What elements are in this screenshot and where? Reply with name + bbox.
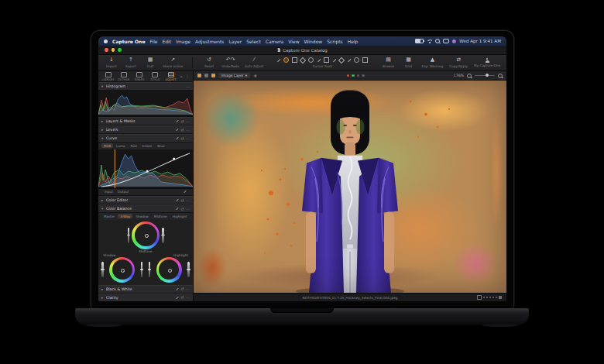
midtone-color-wheel[interactable] [132,221,160,249]
my-capture-one-button[interactable]: My Capture One [474,55,500,70]
exposure-warning-button[interactable]: ▲ Exp. Warning [422,55,444,70]
zoom-in-icon[interactable] [498,74,503,78]
loupe-tool-icon[interactable] [362,57,368,63]
cb-tab-master[interactable]: Master [101,214,117,218]
panel-menu-icon[interactable]: ⋯ [186,136,190,141]
panel-menu-icon[interactable]: ⋯ [186,207,190,211]
highlight-color-wheel[interactable] [156,257,182,283]
control-center-icon[interactable] [443,39,449,43]
browse-button[interactable]: ▤ Browse [382,55,396,70]
color-tag-icon[interactable] [477,295,482,300]
reset-panel-icon[interactable]: ↺ [180,295,184,300]
curve-output-label[interactable]: Output [118,190,129,194]
highlight-saturation-slider[interactable] [149,262,151,277]
reset-panel-icon[interactable]: ↺ [180,198,184,203]
curve-graph[interactable] [98,149,193,189]
panel-menu-icon[interactable]: ⋯ [186,84,190,89]
brush-icon[interactable] [176,199,179,202]
midtone-saturation-slider[interactable] [128,228,130,243]
menu-item-select[interactable]: Select [246,39,261,44]
gray-indicator-icon[interactable] [357,74,360,77]
heal-tool-icon[interactable] [332,58,337,63]
menu-item-layer[interactable]: Layer [229,39,242,44]
black-white-panel-header[interactable]: ▸ Black & White ↺ ⋯ [98,285,193,294]
curve-input-label[interactable]: Input [105,190,113,194]
grid-button[interactable]: ▦ Grid [402,55,416,70]
import-button[interactable]: ↓ Import [105,55,118,70]
reset-panel-icon[interactable]: ↺ [180,119,184,124]
reset-button[interactable]: ↺ Reset [202,55,216,70]
tab-library[interactable]: LIBRARY [101,71,115,81]
green-indicator-icon[interactable] [352,74,355,77]
gray-indicator-icon[interactable] [362,74,365,77]
copy-apply-button[interactable]: ⇄ Copy/Apply [449,55,468,70]
menu-item-scripts[interactable]: Scripts [327,39,343,44]
histogram-panel-header[interactable]: ▾ Histogram ⋯ [98,82,193,91]
highlight-lightness-slider[interactable] [187,262,190,277]
clone-tool-icon[interactable] [338,57,345,64]
reset-panel-icon[interactable]: ↺ [180,207,184,211]
cb-tab-midtone[interactable]: Midtone [152,214,170,218]
gradient-mask-tool-icon[interactable] [347,58,352,63]
menu-item-adjustments[interactable]: Adjustments [195,39,225,44]
reset-panel-icon[interactable]: ↺ [180,128,184,132]
panel-menu-icon[interactable]: ⋯ [186,119,190,124]
picker-icon[interactable] [184,191,187,194]
brush-icon[interactable] [176,287,179,290]
brush-icon[interactable] [176,208,179,211]
close-window-button[interactable] [105,48,108,52]
minimize-window-button[interactable] [112,48,115,52]
menu-item-app[interactable]: Capture One [112,39,145,44]
clarity-panel-header[interactable]: ▸ Clarity ↺ ⋯ [98,294,193,302]
select-tool-icon[interactable] [276,58,281,63]
undo-redo-button[interactable]: ↶↷ Undo/Redo [221,55,239,70]
tab-shape[interactable]: SHAPE [132,71,147,81]
siri-icon[interactable] [452,39,456,43]
cb-tab-highlight[interactable]: Highlight [170,214,190,218]
panel-menu-icon[interactable]: ⋯ [186,198,190,203]
zoom-slider[interactable] [475,75,495,77]
star-rating-icon[interactable] [492,297,494,298]
brush-icon[interactable] [176,129,179,132]
panel-menu-icon[interactable]: ⋯ [186,128,190,132]
red-indicator-icon[interactable] [347,74,350,77]
apple-menu-icon[interactable] [104,39,108,43]
export-button[interactable]: ↑ Export [124,55,138,70]
menu-item-edit[interactable]: Edit [163,39,172,44]
cb-tab-3way[interactable]: 3-Way [118,214,132,218]
draw-mask-tool-icon[interactable] [317,58,321,63]
tabs-menu-icon[interactable]: ⋮ [184,74,190,79]
share-online-button[interactable]: ↗ Share online [163,55,183,70]
menu-item-help[interactable]: Help [348,39,359,44]
tab-adjust[interactable]: ADJUST [163,71,178,81]
brush-icon[interactable] [176,296,179,299]
menu-item-image[interactable]: Image [176,39,190,44]
curve-tab-green[interactable]: Green [140,143,155,148]
battery-icon[interactable] [415,39,424,43]
curve-tab-blue[interactable]: Blue [155,143,166,148]
crop-tool-icon[interactable] [292,57,297,63]
shadow-color-wheel[interactable] [109,257,135,283]
reset-panel-icon[interactable]: ↺ [180,287,184,291]
spot-tool-icon[interactable] [308,57,314,63]
search-icon[interactable] [435,39,440,43]
eyedropper-tool-icon[interactable] [354,57,359,63]
rotate-tool-icon[interactable] [300,57,306,64]
star-rating-icon[interactable] [489,297,491,298]
curve-tab-red[interactable]: Red [129,143,139,148]
shadow-saturation-slider[interactable] [101,262,104,277]
tab-tether[interactable]: TETHER [116,71,131,81]
curve-panel-header[interactable]: ▾ Curve ↺ ⋯ [98,134,193,143]
proof-mode-icon[interactable] [211,74,215,77]
curve-tab-rgb[interactable]: RGB [101,143,113,148]
menu-item-window[interactable]: Window [304,39,323,44]
view-mode-icon[interactable] [197,74,201,77]
star-rating-icon[interactable] [486,297,488,298]
color-balance-panel-header[interactable]: ▾ Color Balance ↺ ⋯ [98,204,193,213]
cull-button[interactable]: ▦ Cull [143,55,157,70]
wifi-icon[interactable] [427,39,432,43]
layer-selector[interactable]: Image Layer ▾ [218,73,250,78]
brush-icon[interactable] [176,120,179,123]
compare-mode-icon[interactable] [204,74,208,77]
zoom-window-button[interactable] [118,48,122,52]
